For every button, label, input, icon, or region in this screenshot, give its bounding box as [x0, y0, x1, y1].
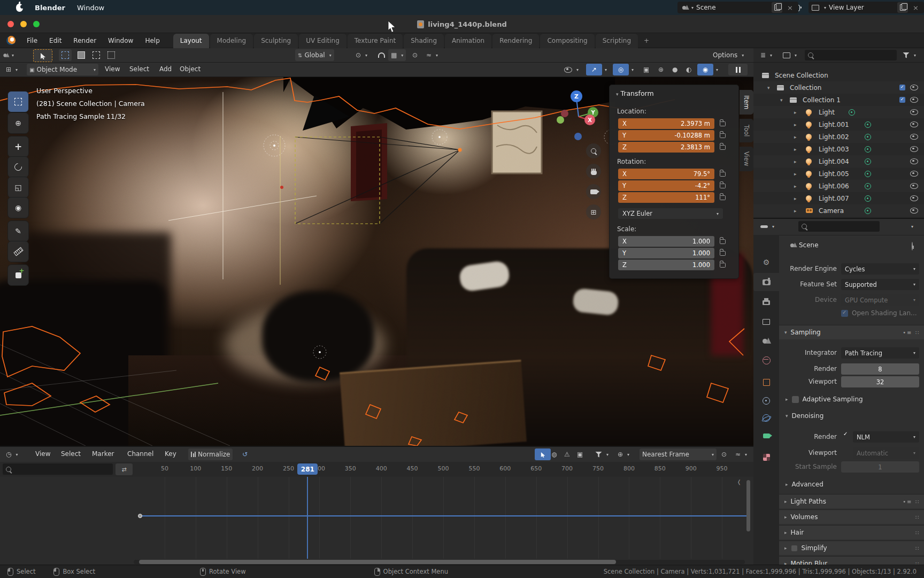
collapse-chevron-icon[interactable]: ❬ [737, 479, 741, 485]
show-hidden-toggle[interactable]: ◍ [549, 448, 559, 460]
section-light-paths[interactable]: ▸Light Paths •≡ ∷ [779, 494, 924, 508]
drag-dots-icon[interactable]: ∷ [915, 330, 920, 336]
timeline-filter-dropdown[interactable]: ▾ [592, 448, 611, 460]
xray-toggle[interactable]: ▣ [641, 64, 652, 75]
menu-edit[interactable]: Edit [43, 37, 67, 44]
osl-row[interactable]: Open Shading Lan... [841, 309, 917, 317]
tool-move[interactable]: + [7, 136, 29, 157]
hide-eye-icon[interactable] [910, 171, 918, 177]
hide-eye-icon[interactable] [910, 208, 918, 214]
workspace-tab-uv-editing[interactable]: UV Editing [299, 34, 346, 48]
rotation-x-field[interactable]: X79.5° [618, 169, 714, 179]
outliner-row-camera[interactable]: ▸Camera [753, 204, 924, 217]
timeline-search-options-button[interactable]: ⇄ [116, 463, 133, 475]
select-mode-invert[interactable] [105, 49, 118, 61]
viewport-editor-type-button[interactable]: ⊞▾ [3, 64, 20, 75]
tool-annotate[interactable]: ✎ [7, 220, 29, 242]
hide-eye-icon[interactable] [910, 183, 918, 189]
outliner-row-light-007[interactable]: ▸Light.007 [753, 192, 924, 204]
tool-rotate[interactable] [7, 156, 29, 178]
macos-app-menu[interactable]: Blender [35, 4, 65, 12]
overlap-frames-toggle[interactable]: ▣ [574, 448, 586, 460]
add-workspace-button[interactable]: + [639, 34, 654, 48]
osl-checkbox[interactable] [841, 310, 848, 317]
workspace-tab-sculpting[interactable]: Sculpting [254, 34, 298, 48]
tool-measure[interactable] [7, 241, 29, 262]
menu-window[interactable]: Window [102, 37, 139, 44]
gizmo-z-neg[interactable] [574, 133, 582, 140]
pause-render-button[interactable] [728, 64, 748, 75]
drag-dots-icon[interactable]: ∷ [915, 499, 920, 505]
shading-wireframe-button[interactable]: ⊕ [656, 64, 666, 75]
timeline-ruler[interactable]: ⇄ 281 5010015020025030035040045050055060… [0, 462, 753, 477]
tab-render[interactable] [753, 273, 779, 291]
outliner-row-light-004[interactable]: ▸Light.004 [753, 155, 924, 168]
transform-orientation-dropdown[interactable]: ⇅Global▾ [295, 49, 334, 61]
lock-icon[interactable] [720, 239, 726, 244]
viewport-pan-button[interactable] [586, 164, 601, 179]
shading-solid-button[interactable]: ● [669, 64, 680, 75]
render-engine-dropdown[interactable]: Cycles▾ [841, 263, 919, 275]
lock-icon[interactable] [720, 133, 726, 138]
select-mode-extend[interactable] [75, 49, 88, 61]
hide-eye-icon[interactable] [910, 85, 918, 90]
keyframe-dot[interactable] [138, 514, 142, 518]
tab-object[interactable] [753, 373, 779, 391]
denoising-row[interactable]: ▾Denoising [786, 412, 823, 420]
rotation-z-field[interactable]: Z111° [618, 192, 714, 203]
hide-eye-icon[interactable] [910, 146, 918, 152]
rotation-y-field[interactable]: Y-4.2° [618, 180, 714, 191]
outliner-row-scene-collection[interactable]: Scene Collection [753, 69, 924, 81]
breadcrumb-scene[interactable]: Scene [799, 241, 819, 249]
remove-view-layer-icon[interactable]: × [911, 4, 921, 12]
lock-icon[interactable] [720, 263, 726, 268]
tab-scene[interactable] [753, 332, 779, 350]
preset-icon[interactable]: •≡ [903, 499, 912, 505]
timeline-menu-marker[interactable]: Marker [87, 450, 119, 458]
properties-options-dropdown[interactable]: ▾ [906, 220, 916, 232]
hide-eye-icon[interactable] [910, 121, 918, 127]
tab-view-layer[interactable] [753, 313, 779, 331]
location-y-field[interactable]: Y-0.10288 m [618, 130, 714, 141]
new-scene-button[interactable] [772, 2, 782, 13]
tab-tool[interactable]: ⚙ [753, 253, 779, 271]
feature-set-dropdown[interactable]: Supported▾ [841, 279, 919, 290]
integrator-dropdown[interactable]: Path Tracing▾ [841, 347, 919, 359]
new-view-layer-button[interactable] [897, 2, 908, 13]
timeline-vertical-scrollbar[interactable] [746, 480, 750, 531]
gizmo-y-neg[interactable] [557, 116, 564, 124]
lock-icon[interactable] [720, 184, 726, 188]
playhead-line[interactable] [307, 477, 308, 559]
normalize-refresh-button[interactable]: ↺ [240, 448, 250, 460]
timeline-editor-type-button[interactable]: ◷▾ [3, 448, 21, 460]
timeline-search-input[interactable] [3, 463, 113, 475]
adaptive-sampling-row[interactable]: ▸ Adaptive Sampling [786, 396, 863, 403]
workspace-tab-compositing[interactable]: Compositing [540, 34, 594, 48]
adaptive-sampling-checkbox[interactable] [792, 396, 799, 403]
outliner-row-light-002[interactable]: ▸Light.002 [753, 131, 924, 143]
falloff-dropdown[interactable]: ≈▾ [733, 448, 750, 460]
section-motion-blur[interactable]: ▸Motion Blur ∷ [779, 556, 924, 565]
tab-physics[interactable] [753, 409, 779, 427]
current-frame-badge[interactable]: 281 [297, 463, 318, 475]
workspace-tab-modeling[interactable]: Modeling [210, 34, 253, 48]
tab-output[interactable] [753, 293, 779, 311]
tab-world[interactable] [753, 351, 779, 369]
menu-file[interactable]: File [21, 37, 43, 44]
shading-material-button[interactable]: ◐ [683, 64, 694, 75]
scrollbar-thumb[interactable] [139, 560, 616, 564]
outliner-row-light-003[interactable]: ▸Light.003 [753, 143, 924, 155]
timeline-menu-key[interactable]: Key [159, 450, 182, 458]
outliner-row-light-006[interactable]: ▸Light.006 [753, 180, 924, 192]
outliner-row-light[interactable]: ▸Light [753, 106, 924, 118]
properties-editor-type-button[interactable]: ▾ [758, 220, 777, 232]
lock-icon[interactable] [720, 172, 726, 177]
preset-icon[interactable]: •≡ [903, 330, 912, 336]
shading-dropdown[interactable]: ▾ [711, 64, 721, 75]
scale-x-field[interactable]: X1.000 [618, 236, 714, 247]
workspace-tab-texture-paint[interactable]: Texture Paint [348, 34, 403, 48]
tool-cursor[interactable]: ⊕ [7, 112, 29, 134]
viewport-samples-field[interactable]: 32 [841, 376, 919, 387]
device-dropdown[interactable]: GPU Compute▾ [841, 294, 919, 306]
hide-eye-icon[interactable] [910, 97, 918, 103]
